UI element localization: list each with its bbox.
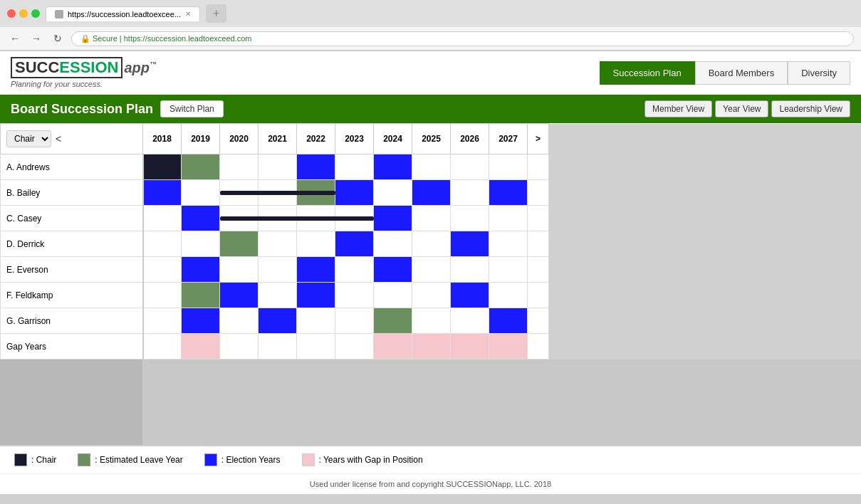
tab-board-members[interactable]: Board Members: [695, 61, 788, 85]
data-cell: [412, 206, 451, 231]
member-name-cell: C. Casey: [1, 206, 143, 231]
year-2019-header: 2019: [182, 124, 220, 154]
active-tab[interactable]: https://succession.leadtoexcee... ✕: [46, 6, 200, 21]
row-filler: [528, 231, 549, 257]
controls-header: Chair <: [1, 124, 143, 154]
data-cell: [451, 283, 489, 308]
data-cell: [335, 257, 374, 283]
data-cell: [412, 283, 451, 308]
year-2027-header: 2027: [489, 124, 528, 154]
data-cell: [335, 206, 374, 231]
chair-legend-box: [14, 453, 27, 466]
year-2026-header: 2026: [451, 124, 489, 154]
data-cell: [143, 231, 182, 257]
secure-badge: 🔒 Secure | https://succession.leadtoexce…: [80, 34, 251, 43]
data-cell: [182, 283, 220, 308]
row-filler: [528, 180, 549, 206]
bottom-gray-area: [0, 359, 861, 445]
data-cell: [143, 180, 182, 206]
leadership-view-button[interactable]: Leadership View: [771, 100, 850, 117]
url-bar[interactable]: 🔒 Secure | https://succession.leadtoexce…: [71, 31, 854, 46]
tab-close-button[interactable]: ✕: [185, 10, 191, 18]
plan-header: Board Succession Plan Switch Plan Member…: [0, 95, 861, 123]
member-name-cell: F. Feldkamp: [1, 283, 143, 308]
refresh-button[interactable]: ↻: [50, 31, 66, 46]
data-cell: [412, 231, 451, 257]
member-view-button[interactable]: Member View: [645, 100, 712, 117]
data-cell: [220, 231, 259, 257]
data-cell: [220, 283, 259, 308]
data-cell: [374, 257, 412, 283]
forward-button[interactable]: →: [28, 31, 44, 46]
table-row: C. Casey: [1, 206, 861, 231]
data-cell: [451, 154, 489, 180]
secure-text: Secure: [93, 34, 118, 43]
new-tab-button[interactable]: +: [206, 4, 226, 23]
data-cell: [182, 308, 220, 334]
data-cell: [297, 257, 335, 283]
lock-icon: 🔒: [80, 34, 90, 43]
filler-header: [549, 124, 861, 154]
row-filler: [528, 283, 549, 308]
close-dot[interactable]: [7, 9, 16, 18]
table-row: A. Andrews: [1, 154, 861, 180]
app-wrapper: SUCCESSION app™ Planning for your succes…: [0, 51, 861, 494]
data-cell: [220, 334, 259, 359]
estimated-leave-legend-box: [78, 453, 90, 466]
data-cell: [374, 308, 412, 334]
data-cell: [259, 308, 297, 334]
row-gray-filler: [549, 308, 861, 334]
data-cell: [143, 334, 182, 359]
url-separator: |: [120, 34, 122, 43]
logo-succession: SUCCESSION: [11, 57, 122, 78]
data-cell: [143, 283, 182, 308]
data-cell: [412, 308, 451, 334]
next-arrow-header[interactable]: >: [528, 124, 549, 154]
table-row: F. Feldkamp: [1, 283, 861, 308]
window-controls: [7, 9, 40, 18]
member-name-cell: E. Everson: [1, 257, 143, 283]
fullscreen-dot[interactable]: [31, 9, 40, 18]
tab-succession-plan[interactable]: Succession Plan: [600, 61, 695, 85]
logo: SUCCESSION app™: [11, 57, 157, 78]
data-cell: [182, 206, 220, 231]
data-cell: [259, 154, 297, 180]
row-gray-filler: [549, 334, 861, 359]
footer-text: Used under license from and copyright SU…: [310, 480, 551, 488]
minimize-dot[interactable]: [19, 9, 28, 18]
year-2024-header: 2024: [374, 124, 412, 154]
plan-header-left: Board Succession Plan Switch Plan: [11, 100, 224, 117]
legend-chair: : Chair: [14, 453, 56, 466]
data-cell: [143, 206, 182, 231]
data-cell: [259, 206, 297, 231]
data-cell: [489, 206, 528, 231]
chair-dropdown[interactable]: Chair: [6, 130, 51, 147]
data-cell: [412, 180, 451, 206]
data-cell: [259, 231, 297, 257]
data-cell: [297, 283, 335, 308]
data-cell: [374, 180, 412, 206]
data-cell: [259, 283, 297, 308]
data-cell: [451, 334, 489, 359]
tab-title: https://succession.leadtoexcee...: [68, 10, 181, 19]
year-2018-header: 2018: [143, 124, 182, 154]
back-button[interactable]: ←: [7, 31, 23, 46]
tab-diversity[interactable]: Diversity: [788, 61, 850, 85]
data-cell: [182, 231, 220, 257]
year-view-button[interactable]: Year View: [715, 100, 768, 117]
legend-gap-years: : Years with Gap in Position: [302, 453, 423, 466]
prev-arrow-button[interactable]: <: [56, 133, 61, 145]
switch-plan-button[interactable]: Switch Plan: [160, 100, 224, 117]
tab-favicon: [55, 10, 63, 19]
election-years-legend-label: : Election Years: [221, 455, 281, 465]
data-cell: [297, 231, 335, 257]
data-cell: [182, 180, 220, 206]
data-cell: [335, 308, 374, 334]
url-text: https://succession.leadtoexceed.com: [124, 34, 252, 43]
member-name-cell: G. Garrison: [1, 308, 143, 334]
data-cell: [259, 257, 297, 283]
data-cell: [335, 283, 374, 308]
logo-area: SUCCESSION app™ Planning for your succes…: [11, 57, 157, 88]
data-cell: [489, 283, 528, 308]
gap-years-legend-box: [302, 453, 315, 466]
